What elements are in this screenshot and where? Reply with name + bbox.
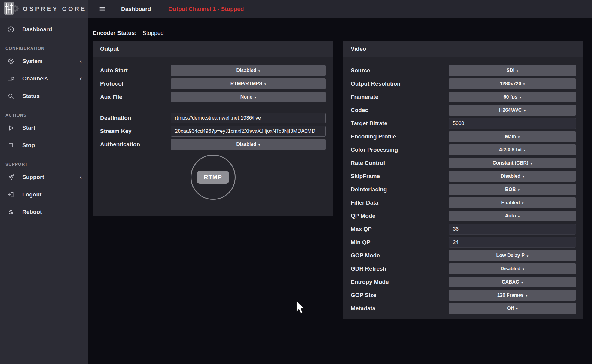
input-destination[interactable] xyxy=(171,113,326,123)
hamburger-icon[interactable] xyxy=(98,5,107,13)
sidebar-item-start[interactable]: Start xyxy=(0,119,88,137)
nav-dashboard-link[interactable]: Dashboard xyxy=(121,6,151,12)
sidebar-nav: Dashboard CONFIGURATION System ‹ Channel… xyxy=(0,18,88,221)
dropdown-deinterlacing[interactable]: BOB ▾ xyxy=(449,184,576,195)
settings-row: Auto Start Disabled ▾ xyxy=(100,65,326,76)
rtmp-circle-icon: RTMP xyxy=(191,155,236,200)
output-panel-title: Output xyxy=(93,41,333,57)
mixer-gear-icon xyxy=(4,2,19,17)
video-panel: Video Source SDI ▾ Output Resolution xyxy=(343,41,583,319)
input-stream-key[interactable] xyxy=(171,126,326,137)
sidebar: OSPREY CORE Dashboard CONFIGURATION Syst… xyxy=(0,0,88,364)
sidebar-item-system[interactable]: System ‹ xyxy=(0,53,88,70)
sidebar-item-reboot[interactable]: Reboot xyxy=(0,203,88,221)
setting-label: Deinterlacing xyxy=(351,186,449,193)
setting-label: Source xyxy=(351,67,449,74)
chevron-down-icon: ▾ xyxy=(517,69,518,73)
setting-label: Rate Control xyxy=(351,160,449,166)
setting-label: Entropy Mode xyxy=(351,279,449,285)
settings-row: GOP Mode Low Delay P ▾ xyxy=(351,250,576,261)
chevron-left-icon: ‹ xyxy=(80,75,82,82)
settings-row: Deinterlacing BOB ▾ xyxy=(351,184,576,195)
dropdown-gdr-refresh[interactable]: Disabled ▾ xyxy=(449,263,576,274)
play-icon xyxy=(7,124,14,132)
settings-row: Min QP xyxy=(351,237,576,248)
sidebar-item-status[interactable]: Status xyxy=(0,87,88,105)
sidebar-section-heading: ACTIONS xyxy=(5,113,88,117)
dropdown-aux-file[interactable]: None ▾ xyxy=(171,92,326,102)
encoder-status: Encoder Status: Stopped xyxy=(93,30,164,36)
settings-row: Source SDI ▾ xyxy=(351,65,576,76)
dropdown-framerate[interactable]: 60 fps ▾ xyxy=(449,92,576,102)
sidebar-section-heading: SUPPORT xyxy=(5,162,88,167)
sidebar-item-dashboard[interactable]: Dashboard xyxy=(0,21,88,38)
chevron-down-icon: ▾ xyxy=(524,109,526,113)
chevron-down-icon: ▾ xyxy=(264,82,266,86)
sidebar-item-stop[interactable]: Stop xyxy=(0,137,88,154)
setting-label: Max QP xyxy=(351,226,449,232)
brand-logo[interactable]: OSPREY CORE xyxy=(0,0,88,18)
settings-row: Entropy Mode CABAC ▾ xyxy=(351,277,576,287)
stop-icon xyxy=(7,142,14,149)
settings-row: GDR Refresh Disabled ▾ xyxy=(351,263,576,274)
dropdown-gop-size[interactable]: 120 Frames ▾ xyxy=(449,290,576,301)
setting-label: Codec xyxy=(351,107,449,114)
sidebar-item-support[interactable]: Support ‹ xyxy=(0,168,88,186)
video-panel-title: Video xyxy=(343,41,583,57)
setting-label: Protocol xyxy=(100,80,171,87)
dropdown-color-processing[interactable]: 4:2:0 8-bit ▾ xyxy=(449,144,576,155)
input-max-qp[interactable] xyxy=(449,224,576,235)
chevron-down-icon: ▾ xyxy=(518,214,520,218)
brand-name: OSPREY CORE xyxy=(23,5,87,12)
chevron-down-icon: ▾ xyxy=(518,188,520,192)
settings-row: QP Mode Auto ▾ xyxy=(351,211,576,221)
settings-row: Target Bitrate xyxy=(351,118,576,129)
encoder-status-value: Stopped xyxy=(142,30,164,36)
setting-label: Authentication xyxy=(100,141,171,148)
settings-row: SkipFrame Disabled ▾ xyxy=(351,171,576,182)
dropdown-rate-control[interactable]: Constant (CBR) ▾ xyxy=(449,158,576,168)
dropdown-metadata[interactable]: Off ▾ xyxy=(449,303,576,314)
top-navbar: Dashboard Output Channel 1 - Stopped xyxy=(88,0,592,18)
dropdown-auto-start[interactable]: Disabled ▾ xyxy=(171,65,326,76)
output-panel: Output Auto Start Disabled ▾ Protocol xyxy=(93,41,333,216)
setting-label: QP Mode xyxy=(351,213,449,219)
dropdown-output-resolution[interactable]: 1280x720 ▾ xyxy=(449,78,576,89)
dropdown-filler-data[interactable]: Enabled ▾ xyxy=(449,197,576,208)
setting-label: Color Processing xyxy=(351,147,449,153)
chevron-down-icon: ▾ xyxy=(527,254,529,258)
dropdown-skipframe[interactable]: Disabled ▾ xyxy=(449,171,576,182)
dropdown-authentication[interactable]: Disabled ▾ xyxy=(171,139,326,150)
setting-label: Destination xyxy=(100,115,171,121)
setting-label: Aux File xyxy=(100,94,171,100)
dropdown-encoding-profile[interactable]: Main ▾ xyxy=(449,131,576,142)
dropdown-entropy-mode[interactable]: CABAC ▾ xyxy=(449,277,576,287)
video-camera-icon xyxy=(7,75,14,82)
sidebar-item-channels[interactable]: Channels ‹ xyxy=(0,70,88,87)
settings-row: Destination xyxy=(100,113,326,123)
settings-row: Stream Key xyxy=(100,126,326,137)
channel-status-link[interactable]: Output Channel 1 - Stopped xyxy=(168,6,244,12)
protocol-badge: RTMP xyxy=(100,155,326,200)
settings-row: Aux File None ▾ xyxy=(100,92,326,102)
chevron-down-icon: ▾ xyxy=(258,143,260,147)
dropdown-gop-mode[interactable]: Low Delay P ▾ xyxy=(449,250,576,261)
settings-row: Color Processing 4:2:0 8-bit ▾ xyxy=(351,144,576,155)
sidebar-item-logout[interactable]: Logout xyxy=(0,186,88,203)
rtmp-badge-label: RTMP xyxy=(197,171,229,184)
input-target-bitrate[interactable] xyxy=(449,118,576,129)
chevron-down-icon: ▾ xyxy=(524,148,526,152)
logout-icon xyxy=(7,191,14,198)
chevron-down-icon: ▾ xyxy=(518,135,520,139)
settings-row: Metadata Off ▾ xyxy=(351,303,576,314)
chevron-down-icon: ▾ xyxy=(523,267,524,271)
chevron-down-icon: ▾ xyxy=(523,175,524,179)
chevron-down-icon: ▾ xyxy=(521,281,523,284)
dropdown-protocol[interactable]: RTMP/RTMPS ▾ xyxy=(171,78,326,89)
dropdown-codec[interactable]: H264/AVC ▾ xyxy=(449,105,576,116)
setting-label: Framerate xyxy=(351,94,449,100)
dropdown-source[interactable]: SDI ▾ xyxy=(449,65,576,76)
dropdown-qp-mode[interactable]: Auto ▾ xyxy=(449,211,576,221)
input-min-qp[interactable] xyxy=(449,237,576,248)
setting-label: Target Bitrate xyxy=(351,120,449,127)
